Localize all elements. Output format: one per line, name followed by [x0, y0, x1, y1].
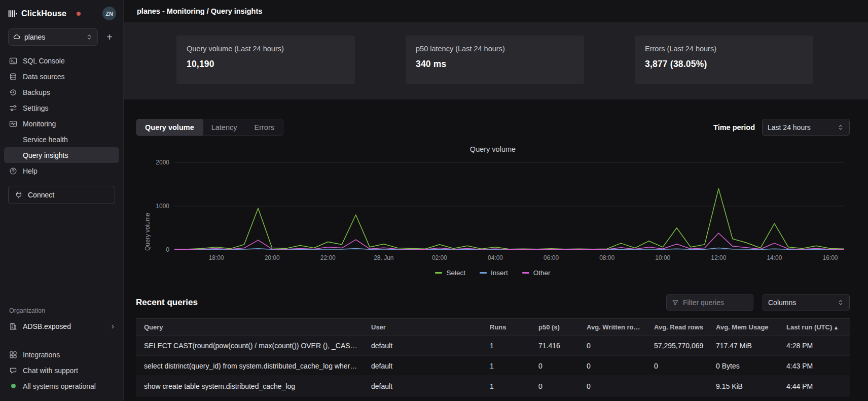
stat-label: p50 latency (Last 24 hours)	[416, 45, 574, 53]
footer-item-integrations[interactable]: Integrations	[9, 348, 114, 361]
table-row[interactable]: select distrinct(query_id) from system.d…	[136, 356, 850, 376]
stat-cards: Query volume (Last 24 hours) 10,190 p50 …	[124, 22, 868, 99]
alert-dot-icon	[77, 12, 81, 16]
filter-queries-box	[666, 294, 753, 311]
svg-text:10:00: 10:00	[655, 254, 670, 261]
sidebar-item-label: Monitoring	[23, 120, 56, 128]
footer-item-label: Chat with support	[23, 366, 78, 375]
sidebar-item-label: Settings	[23, 104, 49, 112]
cell-user: default	[365, 342, 484, 350]
main-area: planes - Monitoring / Query insights Que…	[124, 0, 868, 401]
sidebar-item-sql-console[interactable]: SQL Console	[4, 53, 119, 69]
svg-text:22:00: 22:00	[320, 254, 336, 261]
add-service-button[interactable]: +	[103, 30, 116, 44]
sidebar-item-query-insights[interactable]: Query insights	[4, 147, 119, 163]
column-header-last-run[interactable]: Last run (UTC)▴	[780, 323, 850, 331]
column-header-user[interactable]: User	[365, 323, 484, 331]
stat-label: Query volume (Last 24 hours)	[187, 45, 345, 53]
legend-item-other[interactable]: Other	[522, 269, 551, 277]
column-header-avg-written-rows[interactable]: Avg. Written rows	[581, 323, 648, 331]
integrations-icon	[9, 351, 17, 359]
filter-queries-input[interactable]	[683, 298, 748, 307]
building-icon	[9, 322, 17, 330]
svg-text:02:00: 02:00	[432, 254, 447, 261]
svg-text:28. Jun: 28. Jun	[374, 254, 393, 261]
cell-avg-written-rows: 0	[581, 342, 648, 350]
svg-text:14:00: 14:00	[767, 254, 782, 261]
footer-item-system-status[interactable]: All systems operational	[9, 379, 114, 393]
legend-item-select[interactable]: Select	[435, 269, 465, 277]
cell-avg-read-rows: 0	[648, 362, 710, 370]
footer-item-label: All systems operational	[23, 382, 96, 390]
legend-swatch-select	[435, 272, 442, 274]
time-period-control: Time period Last 24 hours	[713, 119, 850, 136]
cell-user: default	[365, 362, 484, 370]
chevron-updown-icon	[86, 34, 93, 41]
footer-item-label: Integrations	[23, 351, 60, 359]
sidebar-item-data-sources[interactable]: Data sources	[4, 69, 119, 84]
column-header-runs[interactable]: Runs	[484, 323, 532, 331]
help-icon	[9, 166, 17, 175]
sort-ascending-icon: ▴	[835, 324, 838, 330]
cell-query: select distrinct(query_id) from system.d…	[136, 362, 365, 370]
clickhouse-logo-icon	[8, 9, 17, 18]
svg-text:08:00: 08:00	[599, 254, 614, 261]
svg-text:06:00: 06:00	[544, 254, 559, 261]
legend-label: Other	[533, 269, 551, 277]
cell-query: show create table system.distributed_cac…	[136, 382, 365, 390]
service-selector[interactable]: planes	[8, 28, 98, 46]
footer-item-chat-support[interactable]: Chat with support	[9, 363, 114, 377]
chart-y-axis-label: Query volume	[144, 160, 151, 251]
cell-p50: 0	[532, 382, 581, 390]
cell-p50: 71.416	[532, 342, 581, 350]
tab-errors[interactable]: Errors	[246, 119, 283, 136]
chart-plot-area: Query volume 01000200018:0020:0022:0028.…	[136, 155, 850, 263]
time-period-select[interactable]: Last 24 hours	[762, 119, 850, 136]
cell-last-run: 4:44 PM	[780, 382, 850, 390]
recent-queries-controls: Columns	[666, 294, 850, 311]
sidebar-item-label: Help	[23, 167, 38, 175]
table-row[interactable]: SELECT CAST(round(pow(count() / max(coun…	[136, 336, 850, 356]
app-window: ClickHouse ZN planes + SQL Console	[0, 0, 868, 401]
cell-last-run: 4:43 PM	[780, 362, 850, 370]
column-header-avg-mem-usage[interactable]: Avg. Mem Usage	[710, 323, 780, 331]
sidebar-item-monitoring[interactable]: Monitoring	[4, 116, 119, 131]
cell-runs: 1	[484, 382, 532, 390]
sidebar-item-settings[interactable]: Settings	[4, 100, 119, 116]
sidebar-item-label: Data sources	[23, 73, 64, 81]
sidebar-item-backups[interactable]: Backups	[4, 84, 119, 100]
page-breadcrumb: planes - Monitoring / Query insights	[124, 0, 868, 22]
cell-avg-mem-usage: 9.15 KiB	[710, 382, 780, 390]
status-ok-icon	[9, 384, 17, 388]
columns-select[interactable]: Columns	[763, 294, 850, 311]
tab-query-volume[interactable]: Query volume	[136, 119, 203, 136]
svg-text:16:00: 16:00	[822, 254, 838, 261]
column-header-query[interactable]: Query	[136, 323, 365, 331]
brand-title: ClickHouse	[21, 9, 66, 18]
column-header-avg-read-rows[interactable]: Avg. Read rows	[648, 323, 710, 331]
cell-avg-written-rows: 0	[581, 382, 648, 390]
svg-text:0: 0	[166, 246, 169, 253]
sidebar-footer: Integrations Chat with support All syste…	[0, 335, 123, 401]
connect-button[interactable]: Connect	[8, 186, 115, 204]
sidebar-item-service-health[interactable]: Service health	[4, 131, 119, 147]
connect-label: Connect	[28, 191, 54, 199]
legend-item-insert[interactable]: Insert	[480, 269, 508, 277]
table-row[interactable]: show create table system.distributed_cac…	[136, 376, 850, 396]
plug-icon	[15, 191, 23, 199]
cell-avg-mem-usage: 0 Bytes	[710, 362, 780, 370]
columns-label: Columns	[768, 298, 796, 307]
stat-value: 3,877 (38.05%)	[645, 59, 803, 70]
service-icon	[13, 34, 20, 41]
organization-name: ADSB.exposed	[23, 322, 71, 330]
chevron-updown-icon	[837, 124, 844, 131]
cell-p50: 0	[532, 362, 581, 370]
organization-switcher[interactable]: ADSB.exposed ›	[0, 318, 123, 335]
tab-latency[interactable]: Latency	[203, 119, 246, 136]
avatar[interactable]: ZN	[102, 7, 116, 20]
sidebar-item-help[interactable]: Help	[4, 163, 119, 179]
legend-label: Insert	[491, 269, 508, 277]
column-header-p50[interactable]: p50 (s)	[532, 323, 581, 331]
sidebar-nav: SQL Console Data sources Backups Setting…	[0, 53, 123, 179]
svg-text:1000: 1000	[156, 203, 169, 210]
